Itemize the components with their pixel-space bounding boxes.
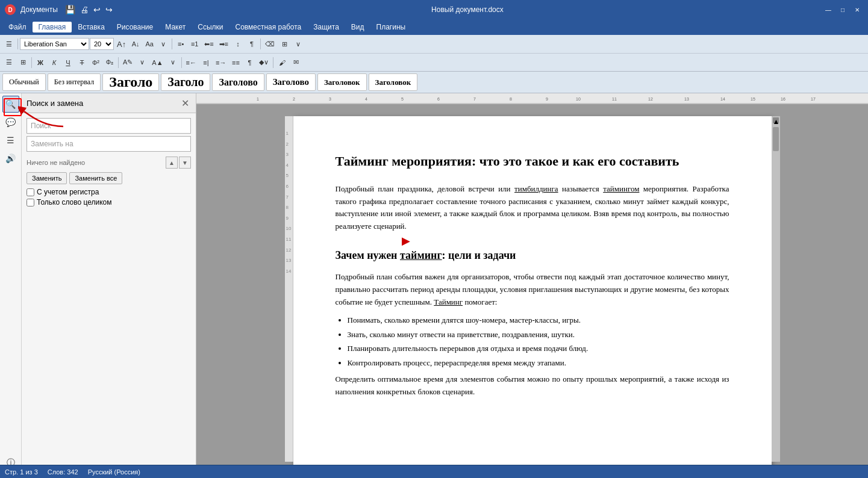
main-area: 🔍 💬 ☰ 🔊 ⓘ Поиск и замена ✕ Ничего не най…: [0, 93, 868, 474]
menu-insert[interactable]: Вставка: [72, 22, 111, 33]
paragraph-btn[interactable]: ¶: [245, 37, 258, 51]
subscript-btn[interactable]: Ф₂: [103, 56, 116, 69]
list-item-3: Планировать длительность перерывов для о…: [348, 343, 729, 355]
list-ordered-btn[interactable]: ≡1: [188, 37, 201, 51]
scroll-thumb[interactable]: [773, 127, 779, 151]
menu-links[interactable]: Ссылки: [192, 22, 229, 33]
svg-text:8: 8: [510, 97, 512, 101]
menu-protect[interactable]: Защита: [307, 22, 345, 33]
font-size-select[interactable]: 20: [90, 38, 114, 50]
strikethrough-btn[interactable]: Т: [75, 56, 89, 69]
window-controls: — □ ✕: [822, 4, 863, 16]
undo-icon[interactable]: ↩: [93, 5, 101, 14]
close-btn[interactable]: ✕: [851, 4, 863, 16]
highlight-btn[interactable]: A✎: [120, 56, 135, 69]
eraser-btn[interactable]: ⌫: [263, 37, 277, 51]
styles-dropdown-btn[interactable]: ☰: [2, 37, 16, 51]
style-no-space[interactable]: Без интервал: [48, 73, 101, 91]
find-replace-header: Поиск и замена ✕: [22, 93, 196, 113]
style-heading1[interactable]: Заголо: [102, 73, 159, 91]
format-painter-btn[interactable]: 🖌: [275, 56, 289, 69]
envelope-btn[interactable]: ✉: [289, 56, 302, 69]
svg-text:1: 1: [257, 97, 259, 101]
font-family-select[interactable]: Liberation San: [20, 38, 89, 50]
vertical-scrollbar[interactable]: ▲: [772, 116, 780, 462]
styles-bar: Обычный Без интервал Заголо Заголо Загол…: [0, 72, 868, 93]
bold-btn[interactable]: Ж: [34, 56, 47, 69]
save-icon[interactable]: 💾: [65, 5, 75, 14]
align-center-btn[interactable]: ≡|: [199, 56, 213, 69]
table-dropdown-btn[interactable]: ∨: [292, 37, 305, 51]
doc-para-2: Подробный план события важен для организ…: [336, 271, 729, 308]
replace-all-btn[interactable]: Заменить все: [69, 172, 122, 184]
style-heading4[interactable]: Заголово: [266, 73, 316, 91]
minimize-btn[interactable]: —: [822, 4, 834, 16]
doc-title: Тайминг мероприятия: что это такое и как…: [336, 152, 729, 171]
sidebar-navigator-icon[interactable]: ☰: [2, 132, 19, 149]
sidebar-comment-icon[interactable]: 💬: [2, 114, 19, 131]
scroll-up-btn[interactable]: ▲: [773, 117, 779, 123]
redo-icon[interactable]: ↪: [105, 5, 113, 14]
superscript-btn[interactable]: Ф²: [89, 56, 102, 69]
font-color-btn[interactable]: A▲: [149, 56, 165, 69]
list-outdent-btn[interactable]: ⬅≡: [202, 37, 216, 51]
highlight-dropdown[interactable]: ∨: [136, 56, 149, 69]
sep2: [172, 39, 172, 49]
svg-text:7: 7: [473, 97, 476, 101]
line-spacing-btn[interactable]: ↕: [231, 37, 245, 51]
pilcrow-btn[interactable]: ¶: [243, 56, 256, 69]
replace-input[interactable]: [27, 136, 191, 152]
print-icon[interactable]: 🖨: [80, 5, 89, 14]
sidebar-search-icon[interactable]: 🔍: [2, 96, 19, 113]
nav-prev-btn[interactable]: ▲: [166, 157, 178, 169]
nav-arrows: ▲ ▼: [166, 157, 191, 169]
svg-text:11: 11: [612, 97, 617, 101]
style-normal[interactable]: Обычный: [2, 73, 46, 91]
doc-para-final: Определить оптимальное время для элемент…: [336, 373, 729, 399]
menu-layout[interactable]: Макет: [159, 22, 192, 33]
doc-scroll[interactable]: 12345 678910 11121314 Тайминг мероприяти…: [196, 104, 868, 474]
list-indent-btn[interactable]: ➡≡: [217, 37, 231, 51]
underline-btn[interactable]: Ч: [61, 56, 75, 69]
search-input[interactable]: [27, 118, 191, 134]
sidebar-speaker-icon[interactable]: 🔊: [2, 150, 19, 167]
whole-word-label: Только слово целиком: [37, 198, 112, 206]
italic-btn[interactable]: К: [48, 56, 61, 69]
menu-file[interactable]: Файл: [2, 22, 33, 33]
style-heading2[interactable]: Заголо: [161, 73, 210, 91]
timbuilding-link: тимбилдинга: [514, 184, 558, 193]
font-size-down-btn[interactable]: A↓: [129, 37, 142, 51]
align-right-btn[interactable]: ≡→: [213, 56, 228, 69]
title-bar: D Документы 💾 🖨 ↩ ↪ Новый документ.docx …: [0, 0, 868, 19]
whole-word-row: Только слово целиком: [27, 198, 191, 206]
align-left-btn[interactable]: ≡←: [184, 56, 199, 69]
style-heading6[interactable]: Заголовок: [369, 73, 418, 91]
format-btn2[interactable]: ⊞: [16, 56, 30, 69]
find-replace-panel: Поиск и замена ✕ Ничего не найдено ▲ ▼ З…: [22, 93, 196, 474]
symbol-dropdown[interactable]: ◆∨: [257, 56, 271, 69]
font-case-btn[interactable]: Aa: [143, 37, 156, 51]
style-heading3[interactable]: Заголово: [212, 73, 264, 91]
menu-plugins[interactable]: Плагины: [370, 22, 412, 33]
align-justify-btn[interactable]: ≡≡: [229, 56, 242, 69]
replace-btn[interactable]: Заменить: [27, 172, 67, 184]
menu-home[interactable]: Главная: [33, 22, 72, 33]
list-item-2: Знать, сколько минут отвести на приветст…: [348, 329, 729, 341]
document-title: Новый документ.docx: [117, 5, 817, 14]
menu-view[interactable]: Вид: [345, 22, 370, 33]
table-btn[interactable]: ⊞: [278, 37, 291, 51]
font-options-btn[interactable]: ∨: [157, 37, 170, 51]
font-color-dropdown[interactable]: ∨: [166, 56, 180, 69]
format-btn1[interactable]: ☰: [2, 56, 16, 69]
whole-word-checkbox[interactable]: [27, 199, 34, 206]
nav-next-btn[interactable]: ▼: [179, 157, 191, 169]
list-unordered-btn[interactable]: ≡•: [174, 37, 187, 51]
font-size-up-btn[interactable]: A↑: [114, 37, 128, 51]
menu-collab[interactable]: Совместная работа: [229, 22, 307, 33]
find-replace-close-btn[interactable]: ✕: [179, 97, 191, 109]
maximize-btn[interactable]: □: [837, 4, 849, 16]
case-sensitive-checkbox[interactable]: [27, 188, 34, 196]
doc-page[interactable]: Тайминг мероприятия: что это такое и как…: [293, 116, 772, 474]
style-heading5[interactable]: Заголовок: [317, 73, 367, 91]
menu-draw[interactable]: Рисование: [111, 22, 159, 33]
